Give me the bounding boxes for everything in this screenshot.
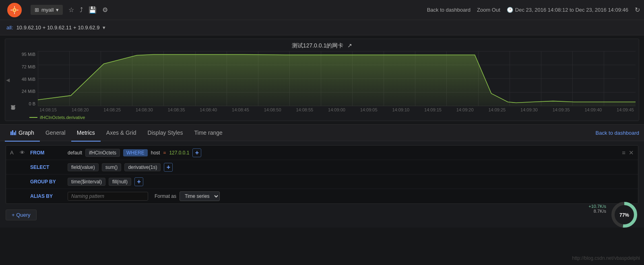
svg-rect-8: [12, 130, 13, 135]
svg-rect-7: [10, 131, 12, 135]
time-range-display[interactable]: 🕐 Dec 23, 2016 14:08:12 to Dec 23, 2016 …: [507, 7, 628, 13]
tab-axes-label: Axes & Grid: [106, 129, 136, 136]
donut-container: 77% +10.7K/s 8.7K/s: [610, 201, 638, 229]
format-label: Format as: [155, 193, 176, 199]
nav-right-controls: Back to dashboard Zoom Out 🕐 Dec 23, 201…: [427, 6, 640, 14]
tab-metrics-label: Metrics: [77, 129, 95, 136]
logo-brand[interactable]: [4, 1, 27, 19]
format-select[interactable]: Time series Table Heatmap: [180, 191, 220, 201]
tab-general[interactable]: General: [40, 125, 71, 142]
donut-val1: +10.7K/s: [588, 204, 606, 209]
query-alias-line: ALIAS BY Format as Time series Table Hea…: [6, 189, 638, 203]
tab-display-label: Display Styles: [148, 129, 183, 136]
hamburger-icon[interactable]: ≡: [622, 149, 625, 156]
query-from-line: A 👁 FROM default ifHCInOctets WHERE host…: [6, 146, 638, 160]
groupby-add-button[interactable]: +: [134, 177, 143, 186]
chevron-down-icon: ▾: [56, 7, 59, 13]
tab-metrics[interactable]: Metrics: [71, 125, 101, 142]
chart-legend: ifHCInOctets.derivative: [5, 113, 639, 122]
tab-axes-grid[interactable]: Axes & Grid: [101, 125, 142, 142]
query-letter-a: A: [10, 150, 17, 156]
clock-icon: 🕐: [507, 7, 513, 13]
tab-display-styles[interactable]: Display Styles: [142, 125, 189, 142]
chart-svg: [38, 51, 636, 106]
share-icon[interactable]: ⤴: [80, 6, 83, 14]
chart-area-fill: [38, 54, 636, 106]
query-select-line: SELECT field(value) sum() derivative(1s)…: [6, 160, 638, 175]
eye-icon[interactable]: 👁: [20, 150, 27, 156]
select-keyword: SELECT: [30, 164, 64, 170]
svg-rect-10: [15, 131, 16, 135]
query-groupby-line: GROUP BY time($interval) fill(null) +: [6, 175, 638, 189]
tab-graph[interactable]: Graph: [5, 125, 40, 142]
time-range-text: Dec 23, 2016 14:08:12 to Dec 23, 2016 14…: [515, 7, 628, 13]
grid-icon: ⊞: [35, 7, 39, 13]
star-icon[interactable]: ☆: [68, 6, 74, 14]
groupby-keyword: GROUP BY: [30, 179, 64, 185]
refresh-button[interactable]: ↻: [635, 6, 640, 14]
chart-container: ◀ 测试127.0.0.1的网卡 ↗ 流入带宽使用量 95 MiB 72 MiB…: [5, 39, 639, 121]
panel-tabs: Graph General Metrics Axes & Grid Displa…: [0, 124, 644, 141]
metrics-panel: A 👁 FROM default ifHCInOctets WHERE host…: [0, 141, 644, 228]
select-derivative[interactable]: derivative(1s): [124, 163, 161, 171]
dashboard-name: myall: [41, 7, 54, 13]
chart-yaxis: 95 MiB 72 MiB 48 MiB 24 MiB 0 B: [17, 51, 38, 113]
zoom-out-button[interactable]: Zoom Out: [477, 7, 500, 13]
panel-back-dashboard[interactable]: Back to dashboard: [596, 130, 639, 136]
tab-time-range[interactable]: Time range: [188, 125, 228, 142]
settings-icon[interactable]: ⚙: [102, 6, 108, 14]
svg-rect-9: [14, 132, 15, 135]
dashboard-selector[interactable]: ⊞ myall ▾: [31, 5, 63, 15]
chart-title: 测试127.0.0.1的网卡 ↗: [5, 39, 639, 51]
watermark: http://blog.csdn.net/vbaspdelphi: [572, 255, 640, 261]
back-to-dashboard-top[interactable]: Back to dashboard: [427, 7, 471, 13]
legend-label: ifHCInOctets.derivative: [40, 115, 85, 120]
hosts-dropdown-arrow[interactable]: ▾: [103, 25, 105, 31]
chart-body: 流入带宽使用量 95 MiB 72 MiB 48 MiB 24 MiB 0 B: [5, 51, 639, 113]
save-icon[interactable]: 💾: [89, 6, 97, 14]
donut-val2: 8.7K/s: [588, 209, 606, 214]
tab-time-label: Time range: [194, 129, 222, 136]
hosts-label: all:: [6, 25, 13, 31]
donut-svg: 77%: [610, 201, 638, 229]
where-key[interactable]: host: [151, 150, 160, 156]
select-add-button[interactable]: +: [164, 163, 173, 172]
topnav: ⊞ myall ▾ ☆ ⤴ 💾 ⚙ Back to dashboard Zoom…: [0, 0, 644, 20]
chart-link-icon[interactable]: ↗: [347, 42, 352, 49]
select-sum[interactable]: sum(): [102, 163, 122, 171]
svg-point-2: [14, 9, 15, 10]
donut-stats: +10.7K/s 8.7K/s: [588, 204, 606, 214]
alias-keyword: ALIAS BY: [30, 193, 64, 199]
from-keyword: FROM: [30, 150, 64, 156]
bar-chart-icon: [10, 129, 16, 136]
where-add-button[interactable]: +: [192, 148, 201, 157]
tab-general-label: General: [45, 129, 66, 136]
groupby-time[interactable]: time($interval): [68, 178, 105, 186]
chart-plot: 14:08:15 14:08:20 14:08:25 14:08:30 14:0…: [38, 51, 636, 113]
legend-line-icon: [29, 117, 37, 118]
add-query-label: + Query: [12, 212, 31, 218]
donut-percent-text: 77%: [619, 212, 629, 218]
select-field[interactable]: field(value): [68, 163, 99, 171]
chart-ylabel: 流入带宽使用量: [8, 51, 17, 113]
alias-input[interactable]: [68, 192, 148, 201]
query-actions: ≡ ✕: [622, 149, 634, 156]
nav-icon-group: ☆ ⤴ 💾 ⚙: [68, 6, 427, 14]
where-tag[interactable]: WHERE: [123, 149, 148, 156]
tab-graph-label: Graph: [19, 129, 34, 136]
add-query-button[interactable]: + Query: [6, 210, 37, 220]
where-val[interactable]: 127.0.0.1: [169, 150, 189, 156]
from-table[interactable]: ifHCInOctets: [85, 149, 120, 157]
groupby-fill[interactable]: fill(null): [109, 178, 131, 186]
chart-xaxis: 14:08:15 14:08:20 14:08:25 14:08:30 14:0…: [38, 106, 636, 113]
remove-query-icon[interactable]: ✕: [629, 149, 634, 156]
where-op: =: [163, 150, 166, 156]
query-row-a: A 👁 FROM default ifHCInOctets WHERE host…: [6, 145, 638, 204]
hosts-value: 10.9.62.10 + 10.9.62.11 + 10.9.62.9: [17, 25, 100, 31]
from-db[interactable]: default: [68, 150, 82, 156]
subheader: all: 10.9.62.10 + 10.9.62.11 + 10.9.62.9…: [0, 20, 644, 35]
grafana-logo: [7, 3, 22, 17]
